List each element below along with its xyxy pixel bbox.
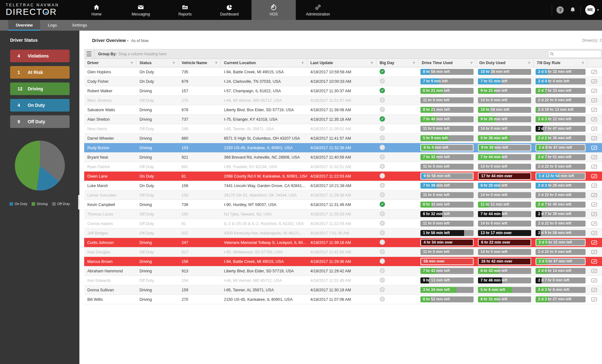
table-row[interactable]: Ryan PatrickOff Duty681I-65, Franklin, K… bbox=[84, 162, 602, 172]
notifications-bell-icon[interactable] bbox=[569, 7, 576, 13]
table-row[interactable]: Connie AdamsOff Duty81IL-2 & US-20 & IL-… bbox=[84, 219, 602, 228]
drive-time-bar: 11 hr 0 min left bbox=[420, 192, 474, 198]
status-button-off-duty[interactable]: 9Off Duty bbox=[10, 115, 70, 128]
brand-logo[interactable]: TELETRAC NAVMAN DIRECTOR bbox=[0, 0, 74, 20]
open-log-icon[interactable] bbox=[591, 297, 602, 302]
status-button-violations[interactable]: 4Violations bbox=[10, 50, 70, 62]
table-row[interactable]: Curtis JohnsonDriving247Veterans Memoria… bbox=[84, 238, 602, 247]
open-log-icon[interactable] bbox=[591, 145, 602, 150]
tab-settings[interactable]: Settings bbox=[65, 20, 95, 31]
status-button-on-duty[interactable]: 4On Duty bbox=[10, 99, 70, 112]
grid-menu-icon[interactable]: ☰ bbox=[84, 49, 94, 59]
filter-icon[interactable] bbox=[130, 61, 133, 65]
cell-on-duty: 9 hr 21 min left bbox=[476, 88, 534, 94]
open-log-icon[interactable] bbox=[591, 288, 602, 292]
table-row[interactable]: Ken EdwardsOff Duty154I-44, Mt Vernon, M… bbox=[84, 276, 602, 285]
column-header-driver[interactable]: Driver bbox=[84, 59, 136, 67]
table-row[interactable]: Robert WalkerDriving157I-57, Champaign, … bbox=[84, 86, 602, 96]
open-log-icon[interactable] bbox=[591, 202, 602, 207]
user-avatar[interactable]: ME bbox=[585, 5, 595, 15]
open-log-icon[interactable] bbox=[591, 107, 602, 112]
open-log-icon[interactable] bbox=[591, 126, 602, 131]
legend-swatch bbox=[32, 202, 35, 206]
user-menu-chevron-icon[interactable]: ▾ bbox=[597, 8, 599, 12]
table-row[interactable]: Donna SullivanDriving159I-65, Tanner, AL… bbox=[84, 285, 602, 295]
column-header-current-location[interactable]: Current Location bbox=[221, 59, 307, 67]
table-row[interactable]: Marc JimenezOff Duty275I-44, Mt Vernon, … bbox=[84, 96, 602, 105]
nav-item-reports[interactable]: Reports bbox=[163, 0, 207, 20]
table-row[interactable]: Marcus BrownDriving158I-94, Battle Creek… bbox=[84, 257, 602, 266]
filter-icon[interactable] bbox=[301, 61, 304, 65]
help-icon[interactable]: ? bbox=[556, 6, 564, 14]
table-row[interactable]: Bryant NealDriving921366 Brevard Rd, Ash… bbox=[84, 153, 602, 162]
group-by-bar: ☰ Group By: Drag a column heading here bbox=[84, 49, 602, 59]
table-row[interactable]: Alan SheltonDriving737I-75, Erianger, KY… bbox=[84, 115, 602, 124]
cell-last-update: 4/18/2017 11:35:53 AM bbox=[307, 212, 376, 216]
column-header-drive-time-used[interactable]: Drive Time Used bbox=[419, 59, 476, 67]
column-header-last-update[interactable]: Last Update bbox=[307, 59, 376, 67]
nav-item-home[interactable]: Home bbox=[74, 0, 119, 20]
cell-status: Driving bbox=[136, 146, 178, 150]
table-row[interactable]: Owen LaneOn Duty812068 County Rd 0 W, Ka… bbox=[84, 172, 602, 181]
table-row[interactable]: Cody FisherOn Duty679I-24, Clarksville, … bbox=[84, 77, 602, 86]
open-log-icon[interactable] bbox=[591, 88, 602, 93]
column-header-big-day[interactable]: Big Day bbox=[376, 59, 419, 67]
filter-icon[interactable] bbox=[470, 61, 473, 65]
open-log-icon[interactable] bbox=[591, 70, 602, 74]
table-row[interactable]: Thomas LucasOff Duty155NJ Tpke, Newark, … bbox=[84, 209, 602, 219]
open-log-icon[interactable] bbox=[591, 174, 602, 179]
table-row[interactable]: Darrel WheelerDriving6806571 S High St, … bbox=[84, 134, 602, 143]
open-log-icon[interactable] bbox=[591, 278, 602, 283]
nav-item-hos[interactable]: HOS bbox=[251, 0, 296, 20]
table-row[interactable]: Abraham HammondDriving913Liberty Blvd, B… bbox=[84, 266, 602, 276]
filter-icon[interactable] bbox=[214, 61, 218, 65]
open-log-icon[interactable] bbox=[591, 250, 602, 254]
table-row[interactable]: Luke MarshOn Duty1567441 Lincoln Way, Ga… bbox=[84, 181, 602, 191]
table-row[interactable]: Nina HarrisOff Duty248I-65, Tanner, AL 3… bbox=[84, 124, 602, 134]
tab-overview[interactable]: Overview bbox=[8, 20, 40, 31]
cell-vehicle: 155 bbox=[178, 212, 221, 216]
filter-icon[interactable] bbox=[370, 61, 374, 65]
table-row[interactable]: Salvatore WattsDriving678Liberty Blvd, B… bbox=[84, 105, 602, 115]
nav-item-dashboard[interactable]: Dashboard bbox=[207, 0, 251, 20]
filter-icon[interactable] bbox=[412, 61, 416, 65]
column-header-status[interactable]: Status bbox=[136, 59, 178, 67]
open-log-icon[interactable] bbox=[591, 183, 602, 188]
table-row[interactable]: Lamar GonzalesOff Duty15826175 OK-51, Ma… bbox=[84, 191, 602, 200]
drive-time-bar: 3 hr 34 min left bbox=[420, 287, 474, 293]
table-row[interactable]: Bill WillisDriving2702150 US-45, Kankake… bbox=[84, 295, 602, 304]
open-log-icon[interactable] bbox=[591, 164, 602, 169]
cell-day-rule: 2 d 19 hr 13 min left bbox=[534, 107, 587, 113]
status-button-at-risk[interactable]: 1At Risk bbox=[10, 66, 70, 79]
open-log-icon[interactable] bbox=[591, 221, 602, 226]
open-log-icon[interactable] bbox=[591, 259, 602, 264]
column-header-on-duty-used[interactable]: On Duty Used bbox=[476, 59, 534, 67]
open-log-icon[interactable] bbox=[591, 231, 602, 235]
status-button-driving[interactable]: 12Driving bbox=[10, 82, 70, 95]
table-row[interactable]: Glen HopkinsOn Duty735I-94, Battle Creek… bbox=[84, 67, 602, 77]
column-header-vehicle-name[interactable]: Vehicle Name bbox=[178, 59, 221, 67]
nav-item-messaging[interactable]: Messaging bbox=[119, 0, 163, 20]
table-row[interactable]: Ivan DouglasOff Duty917I-90, Whitewood, … bbox=[84, 247, 602, 257]
cell-drive-time: 11 hr 0 min left bbox=[419, 126, 476, 132]
search-input[interactable] bbox=[555, 52, 600, 56]
filter-icon[interactable] bbox=[581, 61, 585, 65]
tab-logs[interactable]: Logs bbox=[40, 20, 65, 31]
open-log-icon[interactable] bbox=[591, 79, 602, 84]
open-log-icon[interactable] bbox=[591, 136, 602, 141]
table-row[interactable]: Rudy BurtonDriving1532150 US-45, Kankake… bbox=[84, 143, 602, 153]
column-header-7-8-day-rule[interactable]: 7/8 Day Rule bbox=[534, 59, 587, 67]
open-log-icon[interactable] bbox=[591, 98, 602, 103]
open-log-icon[interactable] bbox=[591, 269, 602, 273]
open-log-icon[interactable] bbox=[591, 240, 602, 245]
filter-icon[interactable] bbox=[172, 61, 176, 65]
open-log-icon[interactable] bbox=[591, 117, 602, 122]
filter-icon[interactable] bbox=[527, 61, 531, 65]
nav-item-administration[interactable]: Administration bbox=[296, 0, 340, 20]
table-row[interactable]: Kevin CampbellDriving736I-90, Huntley, M… bbox=[84, 200, 602, 209]
table-row[interactable]: Jeff BridgesOff Duty9224200 Kentucky Ave… bbox=[84, 228, 602, 238]
open-log-icon[interactable] bbox=[591, 212, 602, 216]
cell-drive-time: 7 hr 9 min left bbox=[419, 78, 476, 84]
open-log-icon[interactable] bbox=[591, 193, 602, 197]
open-log-icon[interactable] bbox=[591, 155, 602, 160]
